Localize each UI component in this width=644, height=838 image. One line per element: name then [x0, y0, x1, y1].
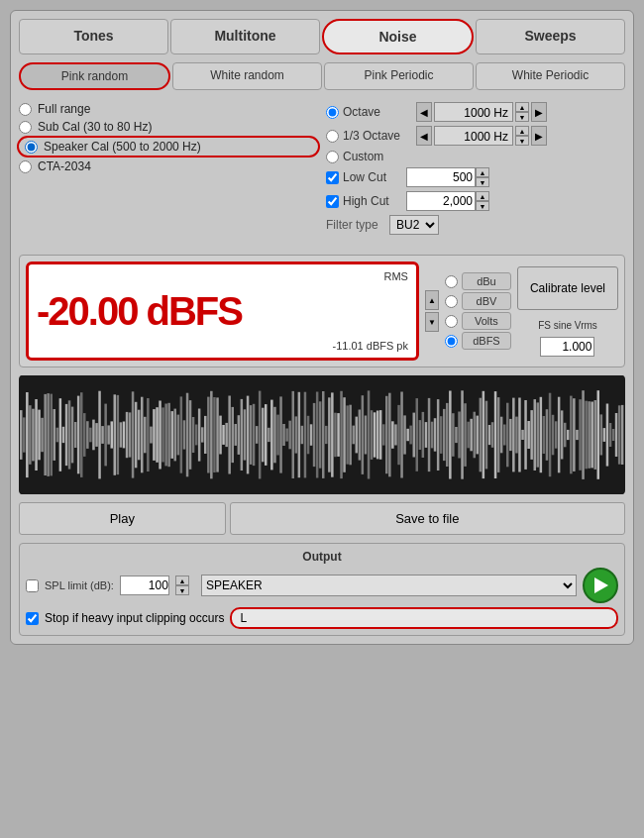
unit-dbv-label[interactable]: dBV: [462, 292, 511, 310]
high-cut-down-btn[interactable]: ▼: [476, 201, 489, 211]
high-cut-row: High Cut ▲ ▼: [326, 191, 625, 211]
unit-volts-label[interactable]: Volts: [462, 312, 511, 330]
option-full-range[interactable]: Full range: [19, 102, 318, 116]
svg-rect-63: [207, 397, 210, 473]
svg-rect-191: [594, 400, 597, 470]
subtab-white-random[interactable]: White random: [172, 62, 322, 90]
svg-rect-50: [167, 403, 170, 467]
radio-custom[interactable]: [326, 151, 339, 163]
channel-input[interactable]: [230, 607, 618, 629]
level-panel: RMS -20.00 dBFS -11.01 dBFS pk ▲ ▼ dBu d…: [19, 255, 625, 367]
svg-rect-1: [20, 410, 23, 460]
unit-dbfs-label[interactable]: dBFS: [462, 332, 511, 350]
svg-rect-108: [343, 397, 346, 472]
left-options: Full range Sub Cal (30 to 80 Hz) Speaker…: [19, 102, 318, 235]
third-octave-freq-down-btn[interactable]: ▼: [515, 136, 529, 146]
option-third-octave-row: 1/3 Octave ◀ 1000 Hz ▲ ▼ ▶: [326, 126, 625, 146]
radio-unit-dbfs[interactable]: [445, 335, 458, 348]
subtab-pink-periodic[interactable]: Pink Periodic: [324, 62, 474, 90]
svg-rect-175: [546, 409, 549, 461]
svg-rect-149: [467, 422, 470, 449]
third-octave-freq-right-btn[interactable]: ▶: [531, 126, 547, 146]
option-sub-cal[interactable]: Sub Cal (30 to 80 Hz): [19, 120, 318, 134]
svg-rect-2: [23, 417, 26, 452]
output-title: Output: [26, 550, 618, 564]
spl-up-btn[interactable]: ▲: [175, 576, 189, 585]
svg-rect-80: [259, 391, 262, 479]
output-device-select[interactable]: SPEAKER: [201, 575, 577, 596]
svg-rect-31: [111, 421, 114, 448]
svg-rect-123: [388, 393, 391, 477]
svg-rect-76: [247, 396, 250, 474]
play-button[interactable]: Play: [19, 502, 226, 535]
svg-rect-81: [262, 408, 265, 463]
high-cut-checkbox[interactable]: [326, 195, 339, 208]
svg-rect-172: [537, 402, 540, 467]
low-cut-checkbox[interactable]: [326, 171, 339, 184]
calibrate-button[interactable]: Calibrate level: [517, 266, 618, 310]
low-cut-up-btn[interactable]: ▲: [476, 167, 489, 177]
level-scroll-up-btn[interactable]: ▲: [425, 290, 439, 310]
radio-full-range[interactable]: [19, 103, 32, 116]
radio-speaker-cal[interactable]: [25, 141, 38, 154]
svg-rect-91: [292, 391, 295, 478]
svg-rect-32: [114, 394, 117, 475]
option-cta-2034[interactable]: CTA-2034: [19, 159, 318, 173]
tab-multitone[interactable]: Multitone: [170, 19, 320, 54]
octave-freq-right-btn[interactable]: ▶: [531, 102, 547, 122]
radio-octave[interactable]: [326, 106, 339, 119]
subtab-pink-random[interactable]: Pink random: [19, 62, 170, 90]
radio-third-octave[interactable]: [326, 130, 339, 143]
svg-rect-171: [534, 399, 537, 471]
octave-freq-down-btn[interactable]: ▼: [515, 112, 529, 122]
tab-noise[interactable]: Noise: [322, 19, 474, 54]
unit-dbu-label[interactable]: dBu: [462, 272, 511, 290]
spl-down-btn[interactable]: ▼: [175, 585, 189, 595]
filter-type-row: Filter type BU2 BU4 LR4: [326, 215, 625, 235]
save-button[interactable]: Save to file: [230, 502, 625, 535]
radio-unit-volts[interactable]: [445, 315, 458, 328]
svg-rect-62: [204, 416, 207, 454]
third-octave-freq-left-btn[interactable]: ◀: [416, 126, 432, 146]
high-cut-input[interactable]: [406, 191, 476, 211]
low-cut-input[interactable]: [406, 167, 476, 187]
svg-rect-183: [570, 396, 573, 474]
high-cut-up-btn[interactable]: ▲: [476, 191, 489, 201]
tab-tones[interactable]: Tones: [19, 19, 168, 54]
svg-rect-72: [235, 424, 238, 446]
speaker-cal-label: Speaker Cal (500 to 2000 Hz): [44, 140, 201, 154]
radio-sub-cal[interactable]: [19, 121, 32, 134]
spl-input[interactable]: [120, 576, 169, 595]
octave-freq-left-btn[interactable]: ◀: [416, 102, 432, 122]
svg-rect-36: [126, 412, 129, 458]
fs-vrms-input[interactable]: [540, 337, 594, 357]
radio-cta-2034[interactable]: [19, 160, 32, 173]
svg-rect-16: [65, 404, 68, 466]
clip-checkbox[interactable]: [26, 612, 39, 625]
svg-rect-111: [353, 426, 356, 445]
third-octave-freq-up-btn[interactable]: ▲: [515, 126, 529, 136]
subtab-white-periodic[interactable]: White Periodic: [476, 62, 625, 90]
octave-freq-up-btn[interactable]: ▲: [515, 102, 529, 112]
svg-rect-83: [268, 428, 270, 442]
svg-rect-148: [464, 403, 467, 467]
option-speaker-cal[interactable]: Speaker Cal (500 to 2000 Hz): [19, 138, 318, 156]
svg-rect-120: [379, 410, 382, 460]
tab-sweeps[interactable]: Sweeps: [476, 19, 625, 54]
svg-rect-104: [331, 392, 334, 476]
svg-rect-164: [512, 398, 515, 472]
filter-type-select[interactable]: BU2 BU4 LR4: [389, 215, 439, 235]
svg-rect-37: [129, 412, 132, 457]
radio-unit-dbu[interactable]: [445, 275, 458, 288]
level-scroll-down-btn[interactable]: ▼: [425, 312, 439, 332]
low-cut-down-btn[interactable]: ▼: [476, 177, 489, 187]
svg-rect-106: [337, 413, 340, 457]
spl-checkbox[interactable]: [26, 579, 39, 592]
go-button[interactable]: [583, 568, 618, 603]
svg-rect-48: [161, 407, 164, 462]
output-row-1: SPL limit (dB): ▲ ▼ SPEAKER: [26, 568, 618, 603]
svg-rect-44: [150, 427, 153, 444]
radio-unit-dbv[interactable]: [445, 295, 458, 308]
svg-rect-134: [422, 412, 425, 458]
octave-freq-display: 1000 Hz: [434, 102, 513, 122]
